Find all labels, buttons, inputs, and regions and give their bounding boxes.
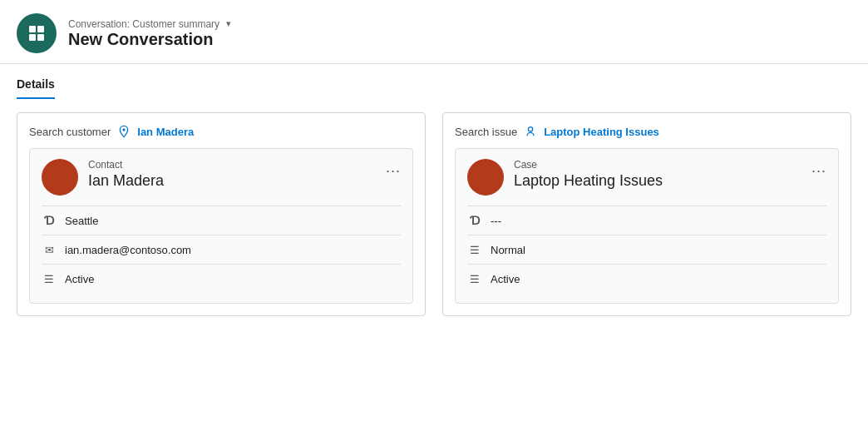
customer-detail-row-email: ✉ ian.madera@contoso.com xyxy=(42,235,401,264)
main-content: Search customer Ian Madera Contact Ian M… xyxy=(0,99,868,329)
issue-card-menu[interactable]: ... xyxy=(811,159,826,176)
customer-search-label: Search customer xyxy=(29,126,111,138)
tabs-bar: Details xyxy=(0,64,868,99)
issue-id-icon: Ɗ xyxy=(467,213,482,228)
customer-location: Seattle xyxy=(65,215,98,227)
svg-point-5 xyxy=(528,127,532,131)
customer-card-name: Ian Madera xyxy=(88,172,386,190)
svg-point-4 xyxy=(123,128,126,131)
customer-search-row: Search customer Ian Madera xyxy=(29,125,413,138)
svg-rect-0 xyxy=(29,26,36,32)
customer-avatar xyxy=(42,159,78,196)
breadcrumb-chevron[interactable]: ▾ xyxy=(226,18,231,29)
issue-card-type: Case xyxy=(514,159,811,171)
issue-detail-row-id: Ɗ --- xyxy=(467,206,826,235)
customer-email: ian.madera@contoso.com xyxy=(65,244,191,256)
issue-card: Case Laptop Heating Issues ... Ɗ --- ☰ N… xyxy=(455,148,839,304)
customer-detail-row-location: Ɗ Seattle xyxy=(42,206,401,235)
page-title: New Conversation xyxy=(68,30,231,49)
issue-search-row: Search issue Laptop Heating Issues xyxy=(455,125,839,138)
issue-card-header: Case Laptop Heating Issues ... xyxy=(467,159,826,196)
issue-card-name: Laptop Heating Issues xyxy=(514,172,811,190)
svg-rect-1 xyxy=(37,26,44,32)
customer-status: Active xyxy=(65,273,94,285)
priority-icon: ☰ xyxy=(467,242,482,257)
issue-avatar xyxy=(467,159,504,196)
breadcrumb-text: Conversation: Customer summary xyxy=(68,18,219,30)
issue-panel: Search issue Laptop Heating Issues Case … xyxy=(442,112,851,316)
customer-card-details: Ɗ Seattle ✉ ian.madera@contoso.com ☰ Act… xyxy=(42,206,401,293)
issue-detail-row-status: ☰ Active xyxy=(467,264,826,293)
tab-details[interactable]: Details xyxy=(17,77,55,99)
issue-detail-row-priority: ☰ Normal xyxy=(467,235,826,264)
issue-search-value[interactable]: Laptop Heating Issues xyxy=(544,126,659,138)
issue-priority: Normal xyxy=(491,244,525,256)
customer-card-type: Contact xyxy=(88,159,386,171)
issue-search-icon xyxy=(524,125,537,138)
issue-status: Active xyxy=(491,273,520,285)
svg-rect-3 xyxy=(37,34,44,41)
app-icon xyxy=(17,13,57,53)
customer-search-value[interactable]: Ian Madera xyxy=(137,126,194,138)
customer-detail-row-status: ☰ Active xyxy=(42,264,401,293)
issue-card-details: Ɗ --- ☰ Normal ☰ Active xyxy=(467,206,826,293)
issue-status-icon: ☰ xyxy=(467,271,482,286)
customer-card-header: Contact Ian Madera ... xyxy=(42,159,401,196)
header-text-block: Conversation: Customer summary ▾ New Con… xyxy=(68,18,231,49)
issue-title-wrap: Case Laptop Heating Issues xyxy=(514,159,811,190)
status-icon: ☰ xyxy=(42,271,57,286)
breadcrumb[interactable]: Conversation: Customer summary ▾ xyxy=(68,18,231,30)
email-icon: ✉ xyxy=(42,242,57,257)
location-icon: Ɗ xyxy=(42,213,57,228)
issue-search-label: Search issue xyxy=(455,126,517,138)
customer-title-wrap: Contact Ian Madera xyxy=(88,159,386,190)
customer-card: Contact Ian Madera ... Ɗ Seattle ✉ ian.m… xyxy=(29,148,413,304)
customer-search-icon xyxy=(117,125,131,138)
customer-card-menu[interactable]: ... xyxy=(386,159,401,176)
issue-id: --- xyxy=(491,215,501,227)
app-header: Conversation: Customer summary ▾ New Con… xyxy=(0,0,868,64)
svg-rect-2 xyxy=(29,34,36,41)
customer-panel: Search customer Ian Madera Contact Ian M… xyxy=(17,112,426,316)
